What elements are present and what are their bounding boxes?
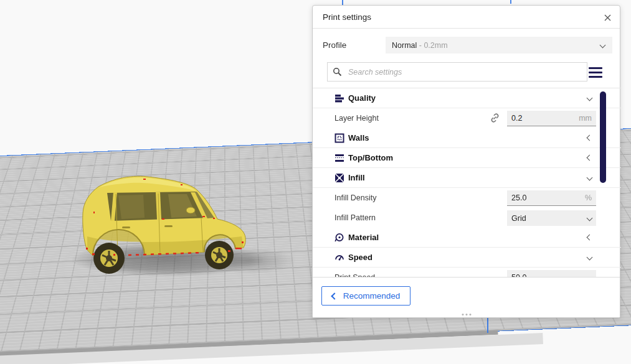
- section-quality[interactable]: Quality: [313, 88, 621, 108]
- infill-pattern-value: Grid: [511, 214, 526, 223]
- section-label: Material: [348, 233, 379, 242]
- car-rear-wheel: [93, 243, 125, 274]
- panel-title: Print settings: [323, 12, 371, 22]
- build-volume-edge: [510, 0, 511, 4]
- section-label: Top/Bottom: [348, 153, 393, 162]
- chevron-left-icon: [587, 155, 593, 161]
- setting-layer-height: Layer Height 0.2 mm: [313, 108, 621, 128]
- setting-label: Layer Height: [334, 114, 379, 123]
- chevron-down-icon: [587, 254, 593, 261]
- panel-resize-handle[interactable]: [462, 314, 471, 315]
- car-door-handle: [164, 225, 173, 227]
- section-label: Speed: [348, 253, 372, 262]
- menu-icon[interactable]: [589, 65, 602, 79]
- infill-density-unit: %: [585, 194, 592, 202]
- layer-height-field[interactable]: 0.2 mm: [507, 111, 596, 126]
- profile-dropdown[interactable]: Normal - 0.2mm: [386, 37, 612, 54]
- recommended-button[interactable]: Recommended: [321, 286, 410, 306]
- print-settings-panel: Print settings Profile Normal - 0.2mm: [312, 5, 620, 318]
- setting-infill-pattern: Infill Pattern Grid: [313, 208, 621, 228]
- layer-height-value: 0.2: [511, 114, 522, 123]
- chevron-down-icon: [587, 215, 593, 222]
- chevron-left-icon: [331, 292, 338, 299]
- chevron-left-icon: [587, 235, 593, 241]
- chevron-down-icon: [587, 175, 593, 181]
- car-front-wheel: [205, 241, 234, 269]
- link-icon[interactable]: [490, 113, 500, 123]
- chevron-down-icon: [600, 42, 606, 49]
- setting-infill-density: Infill Density 25.0 %: [313, 188, 621, 208]
- infill-icon: [334, 173, 344, 183]
- section-label: Walls: [348, 133, 369, 142]
- section-label: Infill: [348, 173, 365, 182]
- panel-header: Print settings: [313, 6, 620, 29]
- settings-list: Quality Layer Height 0.2 mm: [313, 88, 621, 278]
- quality-icon: [334, 93, 344, 103]
- application-window: Print settings Profile Normal - 0.2mm: [0, 0, 631, 364]
- panel-footer: Recommended: [313, 277, 620, 317]
- chevron-left-icon: [587, 135, 593, 141]
- profile-value: Normal: [392, 41, 417, 50]
- setting-label: Infill Pattern: [334, 213, 376, 222]
- search-icon: [333, 67, 342, 77]
- recommended-label: Recommended: [343, 291, 401, 301]
- speed-icon: [334, 253, 344, 263]
- walls-icon: [334, 133, 344, 143]
- top-bottom-icon: [334, 153, 344, 163]
- car-door-handle: [122, 226, 130, 228]
- layer-height-unit: mm: [579, 114, 592, 123]
- infill-density-value: 25.0: [511, 194, 526, 202]
- close-button[interactable]: [601, 11, 614, 24]
- profile-row: Profile Normal - 0.2mm: [313, 29, 620, 61]
- close-icon: [604, 14, 611, 21]
- material-icon: [334, 233, 344, 243]
- section-top-bottom[interactable]: Top/Bottom: [313, 148, 621, 168]
- infill-pattern-dropdown[interactable]: Grid: [507, 210, 596, 226]
- build-volume-corner-edge: [487, 318, 488, 333]
- section-speed[interactable]: Speed: [313, 248, 621, 268]
- profile-value-suffix: - 0.2mm: [417, 41, 447, 50]
- search-box[interactable]: [327, 62, 587, 82]
- search-row: [313, 61, 620, 88]
- profile-label: Profile: [323, 40, 346, 50]
- section-material[interactable]: Material: [313, 228, 621, 248]
- car-window-glint: [118, 195, 145, 219]
- car-mirror: [186, 207, 195, 213]
- settings-scrollbar[interactable]: [600, 91, 606, 183]
- section-walls[interactable]: Walls: [313, 128, 621, 148]
- search-input[interactable]: [347, 67, 582, 77]
- chevron-down-icon: [587, 95, 593, 101]
- setting-label: Infill Density: [334, 194, 376, 202]
- section-infill[interactable]: Infill: [313, 168, 621, 188]
- section-label: Quality: [348, 93, 376, 103]
- car-model[interactable]: [75, 174, 255, 277]
- infill-density-field[interactable]: 25.0 %: [507, 190, 596, 206]
